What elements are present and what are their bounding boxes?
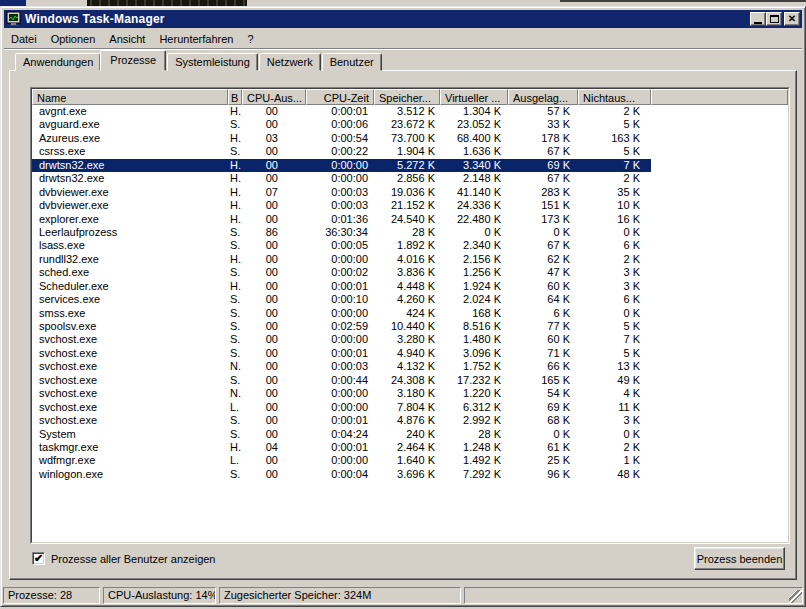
tab-systemleistung[interactable]: Systemleistung (167, 53, 258, 71)
process-row[interactable]: Scheduler.exe H. 00 0:00:01 4.448 K 1.92… (32, 280, 788, 293)
process-row[interactable]: drwtsn32.exe H. 00 0:00:00 2.856 K 2.148… (32, 172, 788, 185)
process-name: System (32, 428, 228, 441)
process-name: winlogon.exe (32, 468, 228, 481)
process-paged-pool: 151 K (508, 199, 578, 212)
process-name: sched.exe (32, 266, 228, 279)
tab-netzwerk[interactable]: Netzwerk (259, 53, 321, 71)
process-row[interactable]: svchost.exe S. 00 0:00:00 3.280 K 1.480 … (32, 333, 788, 346)
process-memory: 21.152 K (374, 199, 440, 212)
process-nonpaged-pool: 0 K (578, 226, 651, 239)
process-user: H. (228, 132, 242, 145)
menu-help[interactable]: ? (240, 31, 260, 47)
process-row[interactable]: dvbviewer.exe H. 00 0:00:03 21.152 K 24.… (32, 199, 788, 212)
column-header-benutzer[interactable]: B (228, 89, 242, 105)
tab-anwendungen[interactable]: Anwendungen (15, 53, 101, 71)
resize-grip[interactable] (789, 590, 802, 603)
process-row[interactable]: wdfmgr.exe L. 00 0:00:00 1.640 K 1.492 K… (32, 454, 788, 467)
tab-prozesse[interactable]: Prozesse (100, 50, 166, 71)
process-row[interactable]: System S. 00 0:04:24 240 K 28 K 0 K 0 K (32, 428, 788, 441)
close-icon: ✕ (788, 14, 796, 24)
process-row[interactable]: avguard.exe S. 00 0:00:06 23.672 K 23.05… (32, 118, 788, 131)
process-row[interactable]: svchost.exe S. 00 0:00:01 4.876 K 2.992 … (32, 414, 788, 427)
process-name: Leerlaufprozess (32, 226, 228, 239)
process-row[interactable]: sched.exe S. 00 0:00:02 3.836 K 1.256 K … (32, 266, 788, 279)
menu-optionen[interactable]: Optionen (44, 31, 103, 47)
process-nonpaged-pool: 35 K (578, 186, 651, 199)
process-virtual-memory: 3.340 K (440, 159, 508, 172)
process-row[interactable]: svchost.exe N. 00 0:00:03 4.132 K 1.752 … (32, 360, 788, 373)
process-row[interactable]: explorer.exe H. 00 0:01:36 24.540 K 22.4… (32, 213, 788, 226)
process-row[interactable]: winlogon.exe S. 00 0:00:04 3.696 K 7.292… (32, 468, 788, 481)
process-cpu-time: 0:01:36 (306, 213, 374, 226)
process-virtual-memory: 2.148 K (440, 172, 508, 185)
process-user: N. (228, 360, 242, 373)
process-nonpaged-pool: 5 K (578, 118, 651, 131)
process-cpu-time: 0:00:54 (306, 132, 374, 145)
process-row[interactable]: spoolsv.exe S. 00 0:02:59 10.440 K 8.516… (32, 320, 788, 333)
column-header-cpu-zeit[interactable]: CPU-Zeit (306, 89, 374, 105)
process-paged-pool: 62 K (508, 253, 578, 266)
process-row[interactable]: taskmgr.exe H. 04 0:00:01 2.464 K 1.248 … (32, 441, 788, 454)
process-cpu: 00 (242, 105, 306, 118)
process-cpu: 00 (242, 360, 306, 373)
menu-datei[interactable]: Datei (4, 31, 44, 47)
tab-benutzer[interactable]: Benutzer (322, 53, 382, 71)
process-name: avgnt.exe (32, 105, 228, 118)
show-all-users-checkbox-group: ✔ Prozesse aller Benutzer anzeigen (32, 552, 215, 565)
process-nonpaged-pool: 3 K (578, 280, 651, 293)
process-row[interactable]: svchost.exe L. 00 0:00:00 7.804 K 6.312 … (32, 401, 788, 414)
show-all-users-checkbox[interactable]: ✔ (32, 552, 45, 565)
process-paged-pool: 69 K (508, 159, 578, 172)
process-row-filler (651, 159, 788, 172)
process-memory: 10.440 K (374, 320, 440, 333)
menu-herunterfahren[interactable]: Herunterfahren (152, 31, 240, 47)
column-header-virtuell[interactable]: Virtueller ... (440, 89, 508, 105)
process-user: S. (228, 374, 242, 387)
process-row[interactable]: svchost.exe S. 00 0:00:01 4.940 K 3.096 … (32, 347, 788, 360)
column-header-row: Name B CPU-Aus... CPU-Zeit Speicher... V… (32, 89, 788, 105)
process-row[interactable]: svchost.exe S. 00 0:00:44 24.308 K 17.23… (32, 374, 788, 387)
process-name: svchost.exe (32, 374, 228, 387)
process-row[interactable]: csrss.exe S. 00 0:00:22 1.904 K 1.636 K … (32, 145, 788, 158)
column-header-name[interactable]: Name (32, 89, 228, 105)
process-row[interactable]: smss.exe S. 00 0:00:00 424 K 168 K 6 K 0… (32, 307, 788, 320)
process-memory: 1.640 K (374, 454, 440, 467)
process-virtual-memory: 1.304 K (440, 105, 508, 118)
process-paged-pool: 178 K (508, 132, 578, 145)
process-paged-pool: 283 K (508, 186, 578, 199)
column-header-speicher[interactable]: Speicher... (374, 89, 440, 105)
process-row[interactable]: Leerlaufprozess S. 86 36:30:34 28 K 0 K … (32, 226, 788, 239)
maximize-button[interactable] (766, 12, 782, 26)
process-name: wdfmgr.exe (32, 454, 228, 467)
process-user: H. (228, 159, 242, 172)
status-bar: Prozesse: 28 CPU-Auslastung: 14% Zugesic… (3, 585, 803, 604)
process-row[interactable]: services.exe S. 00 0:00:10 4.260 K 2.024… (32, 293, 788, 306)
end-process-button[interactable]: Prozess beenden (694, 547, 785, 570)
process-row[interactable]: svchost.exe N. 00 0:00:00 3.180 K 1.220 … (32, 387, 788, 400)
titlebar[interactable]: Windows Task-Manager ✕ (4, 10, 802, 28)
process-cpu: 00 (242, 280, 306, 293)
close-button[interactable]: ✕ (784, 12, 800, 26)
process-memory: 5.272 K (374, 159, 440, 172)
process-nonpaged-pool: 0 K (578, 307, 651, 320)
process-row[interactable]: dvbviewer.exe H. 07 0:00:03 19.036 K 41.… (32, 186, 788, 199)
process-user: S. (228, 145, 242, 158)
process-row[interactable]: avgnt.exe H. 00 0:00:01 3.512 K 1.304 K … (32, 105, 788, 118)
column-header-nichtausgelagert[interactable]: Nichtaus... (578, 89, 651, 105)
checkmark-icon: ✔ (34, 553, 43, 564)
process-nonpaged-pool: 13 K (578, 360, 651, 373)
process-row[interactable]: drwtsn32.exe H. 00 0:00:00 5.272 K 3.340… (32, 159, 788, 172)
process-name: taskmgr.exe (32, 441, 228, 454)
process-cpu: 00 (242, 468, 306, 481)
minimize-button[interactable] (750, 12, 766, 26)
process-paged-pool: 33 K (508, 118, 578, 131)
process-row[interactable]: lsass.exe S. 00 0:00:05 1.892 K 2.340 K … (32, 239, 788, 252)
process-cpu: 07 (242, 186, 306, 199)
menu-ansicht[interactable]: Ansicht (102, 31, 152, 47)
process-memory: 3.512 K (374, 105, 440, 118)
column-header-cpu[interactable]: CPU-Aus... (242, 89, 306, 105)
process-row[interactable]: Azureus.exe H. 03 0:00:54 73.700 K 68.40… (32, 132, 788, 145)
process-nonpaged-pool: 163 K (578, 132, 651, 145)
column-header-ausgelagert[interactable]: Ausgelag... (508, 89, 578, 105)
process-row[interactable]: rundll32.exe H. 00 0:00:00 4.016 K 2.156… (32, 253, 788, 266)
